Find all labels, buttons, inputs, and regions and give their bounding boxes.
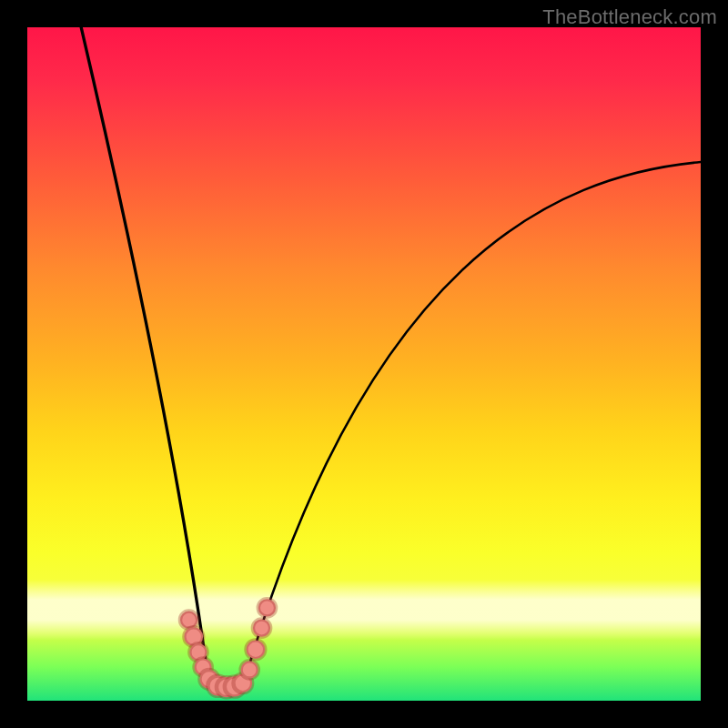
chart-frame: TheBottleneck.com [0,0,728,728]
data-point-marker [247,640,266,659]
data-point-marker [253,619,270,636]
data-point-marker [258,599,276,616]
marker-cluster-group [180,599,276,697]
watermark-text: TheBottleneck.com [542,5,717,29]
plot-svg [27,27,701,701]
data-point-marker [241,661,258,678]
plot-area [27,27,701,701]
curve-right-branch [243,162,701,687]
curve-left-branch [81,27,209,687]
